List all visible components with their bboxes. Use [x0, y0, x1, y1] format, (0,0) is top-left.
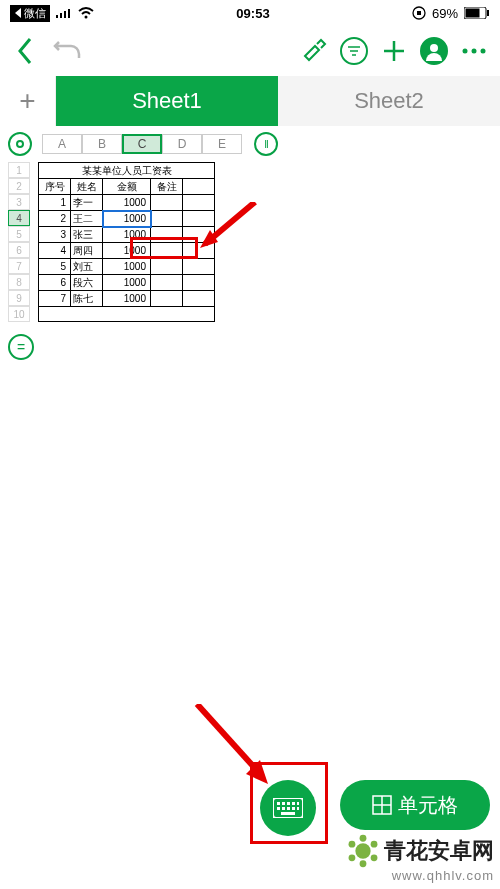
annotation-arrow-2: [192, 704, 282, 794]
table-row: 4周四1000: [39, 243, 215, 259]
svg-point-30: [371, 854, 378, 861]
svg-rect-2: [64, 11, 66, 18]
battery-icon: [464, 7, 490, 19]
svg-rect-9: [487, 10, 489, 16]
svg-rect-25: [281, 812, 295, 815]
table-row: 7陈七1000: [39, 291, 215, 307]
hdr-amt: 金额: [103, 179, 151, 195]
svg-rect-0: [56, 15, 58, 18]
svg-point-10: [430, 44, 438, 52]
keyboard-icon: [273, 798, 303, 818]
svg-point-11: [463, 49, 468, 54]
table-row: 1李一1000: [39, 195, 215, 211]
cell-button-label: 单元格: [398, 792, 458, 819]
format-brush-button[interactable]: [298, 35, 330, 67]
row-4[interactable]: 4: [8, 210, 30, 226]
grid-icon: [372, 795, 392, 815]
table-row: 6段六1000: [39, 275, 215, 291]
svg-point-13: [481, 49, 486, 54]
watermark-name: 青花安卓网: [384, 836, 494, 866]
back-button[interactable]: [10, 35, 42, 67]
svg-point-12: [472, 49, 477, 54]
orientation-lock-icon: [412, 6, 426, 20]
table-row: 3张三1000: [39, 227, 215, 243]
wifi-icon: [78, 7, 94, 19]
table-row: [39, 307, 215, 322]
row-numbers: 1 2 3 4 5 6 7 8 9 10: [8, 162, 30, 322]
back-to-app[interactable]: 微信: [10, 5, 50, 22]
filter-button[interactable]: [338, 35, 370, 67]
more-button[interactable]: [458, 35, 490, 67]
row-6[interactable]: 6: [8, 242, 30, 258]
row-7[interactable]: 7: [8, 258, 30, 274]
formula-button[interactable]: =: [8, 334, 34, 360]
watermark: 青花安卓网 www.qhhlv.com: [346, 834, 494, 883]
add-button[interactable]: [378, 35, 410, 67]
col-C[interactable]: C: [122, 134, 162, 154]
watermark-url: www.qhhlv.com: [346, 868, 494, 883]
sheet-area: 1 2 3 4 5 6 7 8 9 10 某某单位人员工资表 序号 姓名 金额 …: [0, 162, 500, 322]
svg-rect-8: [466, 9, 480, 18]
svg-rect-18: [292, 802, 295, 805]
row-1[interactable]: 1: [8, 162, 30, 178]
svg-point-29: [371, 841, 378, 848]
svg-point-4: [85, 16, 88, 19]
table-row: 2王二1000: [39, 211, 215, 227]
svg-rect-24: [297, 807, 299, 810]
svg-rect-15: [277, 802, 280, 805]
svg-point-28: [360, 835, 367, 842]
status-bar: 微信 09:53 69%: [0, 0, 500, 26]
svg-point-27: [355, 843, 370, 858]
hdr-name: 姓名: [71, 179, 103, 195]
svg-rect-19: [297, 802, 299, 805]
salary-table[interactable]: 某某单位人员工资表 序号 姓名 金额 备注 1李一1000 2王二1000 3张…: [38, 162, 215, 322]
row-2[interactable]: 2: [8, 178, 30, 194]
hdr-no: 序号: [39, 179, 71, 195]
svg-point-31: [360, 860, 367, 867]
tab-sheet2[interactable]: Sheet2: [278, 76, 500, 126]
row-8[interactable]: 8: [8, 274, 30, 290]
svg-rect-6: [417, 11, 421, 15]
sheet-tabs: + Sheet1 Sheet2: [0, 76, 500, 126]
cell-button[interactable]: 单元格: [340, 780, 490, 830]
row-10[interactable]: 10: [8, 306, 30, 322]
svg-rect-22: [287, 807, 290, 810]
row-5[interactable]: 5: [8, 226, 30, 242]
row-9[interactable]: 9: [8, 290, 30, 306]
col-E[interactable]: E: [202, 134, 242, 154]
tab-sheet1[interactable]: Sheet1: [56, 76, 278, 126]
add-sheet-button[interactable]: +: [0, 76, 56, 126]
watermark-logo-icon: [346, 834, 380, 868]
svg-rect-17: [287, 802, 290, 805]
svg-rect-16: [282, 802, 285, 805]
svg-point-33: [349, 841, 356, 848]
keyboard-button[interactable]: [260, 780, 316, 836]
svg-rect-3: [68, 9, 70, 18]
row-marker-button[interactable]: [8, 132, 32, 156]
svg-rect-21: [282, 807, 285, 810]
signal-icon: [56, 8, 72, 18]
column-strip: A B C D E II: [0, 126, 500, 162]
freeze-button[interactable]: II: [254, 132, 278, 156]
clock: 09:53: [236, 6, 269, 21]
battery-percent: 69%: [432, 6, 458, 21]
chevron-left-icon: [14, 8, 22, 18]
hdr-note: 备注: [151, 179, 183, 195]
svg-point-32: [349, 854, 356, 861]
toolbar: [0, 26, 500, 76]
undo-button[interactable]: [52, 35, 84, 67]
profile-button[interactable]: [418, 35, 450, 67]
row-3[interactable]: 3: [8, 194, 30, 210]
col-D[interactable]: D: [162, 134, 202, 154]
svg-rect-23: [292, 807, 295, 810]
table-title: 某某单位人员工资表: [39, 163, 215, 179]
svg-rect-20: [277, 807, 280, 810]
svg-rect-1: [60, 13, 62, 18]
table-row: 5刘五1000: [39, 259, 215, 275]
col-A[interactable]: A: [42, 134, 82, 154]
col-B[interactable]: B: [82, 134, 122, 154]
